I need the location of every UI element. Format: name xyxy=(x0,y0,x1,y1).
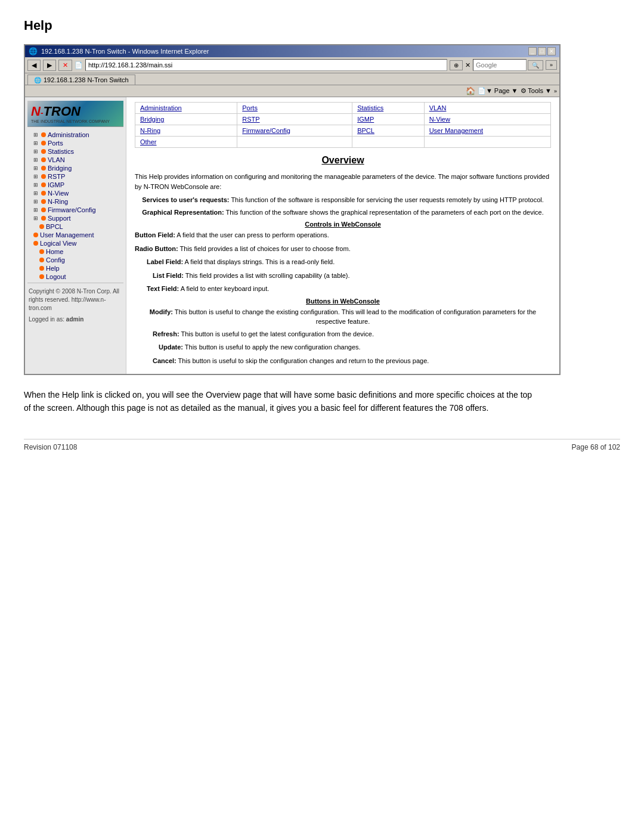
bullet-dot xyxy=(39,249,44,254)
nav-cell: User Management xyxy=(424,125,550,137)
bullet-dot xyxy=(39,274,44,279)
expand-icon: ⊞ xyxy=(33,148,39,154)
sidebar-item-nring[interactable]: ⊞ N-Ring xyxy=(27,197,123,206)
browser-tab-toolbar: 🏠 📄▼ Page ▼ ⚙ Tools ▼ » xyxy=(25,85,559,97)
sidebar-item-rstp[interactable]: ⊞ RSTP xyxy=(27,172,123,181)
page-number: Page 68 of 102 xyxy=(572,443,620,451)
text-field-text: Text Field: A field to enter keyboard in… xyxy=(135,284,551,294)
bullet-dot xyxy=(41,141,46,145)
nav-link-igmp[interactable]: IGMP xyxy=(357,116,374,123)
nav-link-vlan[interactable]: VLAN xyxy=(429,104,447,112)
nav-cell: Firmware/Config xyxy=(237,125,352,137)
cancel-bold: Cancel: xyxy=(153,357,177,364)
sidebar-label: Help xyxy=(46,265,60,272)
nav-link-nring[interactable]: N-Ring xyxy=(140,127,160,134)
nav-row-2: Bridging RSTP IGMP N-View xyxy=(135,114,551,125)
sidebar-item-help[interactable]: Help xyxy=(27,264,123,272)
forward-button[interactable]: ▶ xyxy=(43,60,56,71)
sidebar-item-nview[interactable]: ⊞ N-View xyxy=(27,189,123,197)
cancel-text: Cancel: This button is useful to skip th… xyxy=(135,356,551,366)
browser-tab[interactable]: 🌐 192.168.1.238 N-Tron Switch xyxy=(27,75,135,85)
nav-row-4: Other xyxy=(135,137,551,148)
nav-links-table: Administration Ports Statistics VLAN Bri… xyxy=(135,102,551,148)
menu-button[interactable]: » xyxy=(546,60,557,70)
nav-link-usermgmt[interactable]: User Management xyxy=(429,127,484,134)
sidebar-item-igmp[interactable]: ⊞ IGMP xyxy=(27,181,123,189)
sidebar-label: Administration xyxy=(48,131,89,138)
nav-cell: Bridging xyxy=(135,114,237,125)
sidebar-item-bridging[interactable]: ⊞ Bridging xyxy=(27,164,123,172)
restore-button[interactable]: □ xyxy=(538,47,546,55)
go-button[interactable]: ⊕ xyxy=(450,60,463,70)
search-input[interactable] xyxy=(473,59,527,71)
sidebar-item-ports[interactable]: ⊞ Ports xyxy=(27,139,123,147)
browser-tabs: 🌐 192.168.1.238 N-Tron Switch xyxy=(25,73,559,85)
nav-link-administration[interactable]: Administration xyxy=(140,104,182,112)
sidebar-item-firmware[interactable]: ⊞ Firmware/Config xyxy=(27,206,123,214)
revision-label: Revision 071108 xyxy=(24,443,77,451)
button-field-bold: Button Field: xyxy=(135,231,175,239)
bullet-dot xyxy=(39,258,44,262)
sidebar-item-statistics[interactable]: ⊞ Statistics xyxy=(27,147,123,156)
sidebar-item-bpcl[interactable]: BPCL xyxy=(27,222,123,231)
graphical-bold: Graphical Representation: xyxy=(142,209,224,216)
minimize-button[interactable]: _ xyxy=(528,47,537,55)
sidebar-item-vlan[interactable]: ⊞ VLAN xyxy=(27,156,123,164)
expand-icon: ⊞ xyxy=(33,199,39,205)
sidebar: N-TRON THE INDUSTRIAL NETWORK COMPANY ⊞ … xyxy=(25,97,126,374)
nav-link-nview[interactable]: N-View xyxy=(429,116,450,123)
sidebar-item-home[interactable]: Home xyxy=(27,247,123,256)
sidebar-item-usermgmt[interactable]: User Management xyxy=(27,231,123,239)
sidebar-label: Home xyxy=(46,248,63,255)
tools-menu[interactable]: ⚙ Tools ▼ xyxy=(521,87,552,95)
nav-link-ports[interactable]: Ports xyxy=(242,104,258,112)
expand-icon: ⊞ xyxy=(33,174,39,179)
sidebar-label: Logical View xyxy=(40,240,77,247)
nav-link-bpcl[interactable]: BPCL xyxy=(357,127,374,134)
sidebar-label: N-View xyxy=(48,190,69,197)
nav-cell: Ports xyxy=(237,103,352,114)
browser-title: 192.168.1.238 N-Tron Switch - Windows In… xyxy=(41,48,209,55)
tab-icon: 🌐 xyxy=(34,77,41,83)
search-button[interactable]: 🔍 xyxy=(528,60,543,70)
browser-titlebar-controls[interactable]: _ □ ✕ xyxy=(528,47,556,55)
logo-n: N xyxy=(31,104,41,119)
list-field-text: List Field: This field provides a list w… xyxy=(135,271,551,281)
extra-button: » xyxy=(554,88,557,94)
browser-icon: 🌐 xyxy=(29,47,38,55)
sidebar-item-logicalview[interactable]: Logical View xyxy=(27,239,123,247)
bullet-dot xyxy=(41,166,46,171)
page-footer: Revision 071108 Page 68 of 102 xyxy=(24,439,620,451)
home-icon[interactable]: 🏠 xyxy=(466,86,475,95)
stop-button[interactable]: ✕ xyxy=(58,60,72,71)
sidebar-item-administration[interactable]: ⊞ Administration xyxy=(27,131,123,139)
label-field-bold: Label Field: xyxy=(147,258,183,265)
nav-link-other[interactable]: Other xyxy=(140,138,157,145)
expand-icon: ⊞ xyxy=(33,182,39,188)
bullet-dot xyxy=(33,233,38,237)
browser-titlebar: 🌐 192.168.1.238 N-Tron Switch - Windows … xyxy=(25,45,559,57)
sidebar-item-support[interactable]: ⊞ Support xyxy=(27,214,123,222)
bullet-dot xyxy=(41,132,46,137)
close-button[interactable]: ✕ xyxy=(547,47,556,55)
page-icon: 📄 xyxy=(75,61,83,69)
page-tools[interactable]: 📄▼ Page ▼ xyxy=(478,87,518,95)
back-button[interactable]: ◀ xyxy=(27,60,41,71)
bullet-dot xyxy=(41,174,46,179)
address-input[interactable] xyxy=(85,59,447,71)
bottom-text: When the Help link is clicked on, you wi… xyxy=(24,388,537,415)
nav-cell: Administration xyxy=(135,103,237,114)
nav-link-rstp[interactable]: RSTP xyxy=(242,116,259,123)
sidebar-item-logout[interactable]: Logout xyxy=(27,272,123,281)
sidebar-item-config[interactable]: Config xyxy=(27,256,123,264)
sidebar-label: Firmware/Config xyxy=(48,206,96,213)
nav-link-statistics[interactable]: Statistics xyxy=(357,104,383,112)
ntron-logo: N-TRON THE INDUSTRIAL NETWORK COMPANY xyxy=(27,101,123,127)
nav-link-bridging[interactable]: Bridging xyxy=(140,116,164,123)
ssl-icon: ✕ xyxy=(465,61,470,69)
bullet-dot xyxy=(41,199,46,204)
bullet-dot xyxy=(41,182,46,187)
nav-link-firmware[interactable]: Firmware/Config xyxy=(242,127,290,134)
refresh-bold: Refresh: xyxy=(153,330,179,337)
bullet-dot xyxy=(41,149,46,154)
